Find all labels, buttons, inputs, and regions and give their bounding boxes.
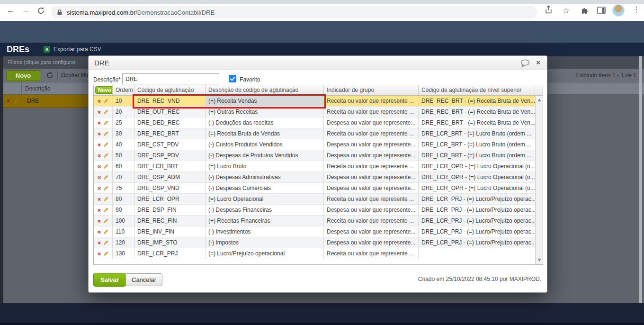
cell-superior[interactable]: DRE_LCR_PRJ - (=) Lucro/Prejuízo operac.… bbox=[419, 205, 535, 215]
cell-indicador[interactable]: Despesa ou valor que represente... bbox=[324, 183, 419, 193]
cell-indicador[interactable]: Receita ou valor que represente ... bbox=[324, 194, 419, 204]
bookmark-star-icon[interactable]: ☆ bbox=[563, 6, 570, 16]
grid-header-codigo[interactable]: Código de aglutinação bbox=[134, 85, 206, 95]
cell-descricao[interactable]: (+) Receitas Financeiras bbox=[206, 216, 324, 226]
cell-ordem[interactable]: 120 bbox=[113, 237, 134, 248]
cell-superior[interactable]: DRE_REC_BRT - (=) Receita Bruta de Ven..… bbox=[419, 117, 535, 128]
grid-row-DRE_DSP_FIN[interactable]: ×90DRE_DSP_FIN(-) Despesas FinanceirasDe… bbox=[94, 205, 535, 216]
cell-ordem[interactable]: 50 bbox=[113, 150, 134, 161]
cell-codigo[interactable]: DRE_REC_FIN bbox=[134, 216, 206, 226]
cell-ordem[interactable]: 10 bbox=[113, 96, 134, 106]
delete-icon[interactable]: × bbox=[98, 240, 101, 246]
edit-icon[interactable] bbox=[104, 109, 108, 114]
cell-codigo[interactable]: DRE_LCR_PRJ bbox=[134, 248, 206, 259]
grid-header-indicador[interactable]: Indicador de grupo bbox=[324, 85, 419, 95]
cell-superior[interactable]: DRE_LCR_PRJ - (=) Lucro/Prejuízo operac.… bbox=[419, 226, 535, 237]
grid-row-DRE_IMP_STO[interactable]: ×120DRE_IMP_STO(-) ImpostosDespesa ou va… bbox=[94, 237, 535, 248]
delete-icon[interactable]: × bbox=[98, 174, 101, 181]
grid-row-DRE_DSP_VND[interactable]: ×75DRE_DSP_VND(-) Despesas ComerciaisDes… bbox=[94, 183, 535, 194]
edit-icon[interactable] bbox=[104, 197, 108, 201]
delete-icon[interactable]: × bbox=[98, 218, 101, 224]
share-icon[interactable] bbox=[545, 5, 553, 16]
favorite-checkbox[interactable] bbox=[229, 75, 236, 82]
grid-row-DRE_DSP_PDV[interactable]: ×50DRE_DSP_PDV(-) Despesas de Produtos V… bbox=[94, 150, 535, 161]
grid-row-DRE_LCR_OPR[interactable]: ×80DRE_LCR_OPR(=) Lucro OperacionalRecei… bbox=[94, 194, 535, 205]
list-column-header[interactable]: Descrição bbox=[25, 85, 50, 92]
cell-ordem[interactable]: 90 bbox=[113, 205, 134, 215]
cell-descricao[interactable]: (-) Despesas Financeiras bbox=[206, 205, 324, 215]
cell-superior[interactable]: DRE_LCR_PRJ - (=) Lucro/Prejuízo operac.… bbox=[419, 216, 535, 226]
cell-indicador[interactable]: Despesa ou valor que represente... bbox=[324, 205, 419, 215]
cell-indicador[interactable]: Despesa ou valor que represente... bbox=[324, 172, 419, 182]
cell-codigo[interactable]: DRE_INV_FIN bbox=[134, 226, 206, 237]
cell-codigo[interactable]: DRE_REC_VND bbox=[134, 96, 206, 106]
hide-filters-button[interactable]: Ocultar filtro bbox=[61, 72, 92, 79]
delete-icon[interactable]: × bbox=[98, 251, 101, 257]
page-scrollbar[interactable] bbox=[639, 56, 642, 303]
cell-ordem[interactable]: 130 bbox=[113, 248, 134, 259]
cell-superior[interactable]: DRE_LCR_BRT - (=) Lucro Bruto (ordem ... bbox=[419, 150, 535, 161]
cell-superior[interactable]: DRE_LCR_BRT - (=) Lucro Bruto (ordem ... bbox=[419, 128, 535, 139]
dialog-titlebar[interactable]: DRE × bbox=[89, 56, 547, 70]
edit-icon[interactable] bbox=[104, 120, 108, 125]
cell-codigo[interactable]: DRE_CST_PDV bbox=[134, 139, 206, 150]
delete-icon[interactable]: × bbox=[98, 109, 101, 115]
delete-icon[interactable]: × bbox=[98, 163, 101, 170]
dialog-comment-icon[interactable] bbox=[520, 59, 530, 69]
cell-superior[interactable] bbox=[419, 248, 535, 259]
cell-indicador[interactable]: Receita ou valor que represente ... bbox=[324, 161, 419, 172]
cell-indicador[interactable]: Receita ou valor que represente ... bbox=[324, 128, 419, 139]
delete-icon[interactable]: × bbox=[98, 229, 101, 235]
cell-descricao[interactable]: (=) Lucro Bruto bbox=[206, 161, 324, 172]
grid-header-ordem[interactable]: Ordem bbox=[113, 85, 134, 95]
cell-descricao[interactable]: (-) Investimentos bbox=[206, 226, 324, 237]
browser-menu-icon[interactable]: ⋮ bbox=[633, 5, 640, 14]
edit-icon[interactable] bbox=[104, 99, 108, 103]
cell-codigo[interactable]: DRE_IMP_STO bbox=[134, 237, 206, 248]
delete-icon[interactable]: × bbox=[98, 120, 101, 126]
edit-icon[interactable] bbox=[104, 131, 108, 136]
grid-row-DRE_OUT_REC[interactable]: ×20DRE_OUT_REC(+) Outras ReceitasReceita… bbox=[94, 107, 535, 117]
cell-descricao[interactable]: (-) Despesas de Produtos Vendidos bbox=[206, 150, 324, 161]
cell-ordem[interactable]: 25 bbox=[113, 117, 134, 128]
reload-icon[interactable] bbox=[37, 7, 45, 17]
cell-superior[interactable]: DRE_LCR_PRJ - (=) Lucro/Prejuízo operac.… bbox=[419, 237, 535, 248]
cell-descricao[interactable]: (=) Receita Bruta de Vendas bbox=[206, 128, 324, 139]
grid-scrollbar[interactable] bbox=[535, 96, 543, 264]
cell-codigo[interactable]: DRE_DSP_FIN bbox=[134, 205, 206, 215]
grid-header-superior[interactable]: Código de aglutinação de nível superior bbox=[419, 85, 535, 95]
scroll-up-icon[interactable] bbox=[537, 99, 541, 101]
extensions-puzzle-icon[interactable] bbox=[581, 6, 589, 17]
cell-ordem[interactable]: 70 bbox=[113, 172, 134, 182]
cell-codigo[interactable]: DRE_OUT_REC bbox=[134, 107, 206, 117]
cell-ordem[interactable]: 30 bbox=[113, 128, 134, 139]
cell-superior[interactable]: DRE_LCR_OPR - (=) Lucro Operacional (o..… bbox=[419, 172, 535, 182]
refresh-icon[interactable] bbox=[46, 72, 54, 81]
cell-indicador[interactable]: Despesa ou valor que represente... bbox=[324, 237, 419, 248]
edit-icon[interactable] bbox=[104, 153, 108, 158]
grid-header-descricao[interactable]: Descrição do código de aglutinação bbox=[206, 85, 324, 95]
edit-icon[interactable] bbox=[104, 240, 108, 245]
grid-row-DRE_DED_REC[interactable]: ×25DRE_DED_REC(-) Deduções das receitasD… bbox=[94, 117, 535, 128]
scroll-down-icon[interactable] bbox=[537, 259, 541, 262]
grid-row-DRE_REC_BRT[interactable]: ×30DRE_REC_BRT(=) Receita Bruta de Venda… bbox=[94, 128, 535, 139]
cell-ordem[interactable]: 80 bbox=[113, 194, 134, 204]
cell-indicador[interactable]: Despesa ou valor que represente... bbox=[324, 139, 419, 150]
cell-descricao[interactable]: (+) Receita Vendas bbox=[206, 96, 324, 106]
cell-descricao[interactable]: (+) Outras Receitas bbox=[206, 107, 324, 117]
save-button[interactable]: Salvar bbox=[93, 273, 126, 287]
cancel-button[interactable]: Cancelar bbox=[125, 273, 162, 286]
cell-codigo[interactable]: DRE_LCR_BRT bbox=[134, 161, 206, 172]
grid-row-DRE_DSP_ADM[interactable]: ×70DRE_DSP_ADM(-) Despesas Administrativ… bbox=[94, 172, 535, 183]
side-panel-icon[interactable] bbox=[597, 7, 606, 16]
cell-indicador[interactable]: Receita ou valor que represente ... bbox=[324, 248, 419, 259]
grid-row-DRE_INV_FIN[interactable]: ×110DRE_INV_FIN(-) InvestimentosDespesa … bbox=[94, 226, 535, 237]
delete-icon[interactable]: × bbox=[98, 153, 101, 159]
edit-icon[interactable] bbox=[104, 186, 108, 190]
cell-indicador[interactable]: Receita ou valor que represente ... bbox=[324, 107, 419, 117]
delete-icon[interactable]: × bbox=[98, 207, 101, 213]
close-icon[interactable]: × bbox=[536, 58, 540, 66]
cell-indicador[interactable]: Despesa ou valor que represente... bbox=[324, 226, 419, 237]
cell-codigo[interactable]: DRE_DSP_VND bbox=[134, 183, 206, 193]
grid-row-DRE_REC_VND[interactable]: ×10DRE_REC_VND(+) Receita VendasReceita … bbox=[94, 96, 535, 107]
